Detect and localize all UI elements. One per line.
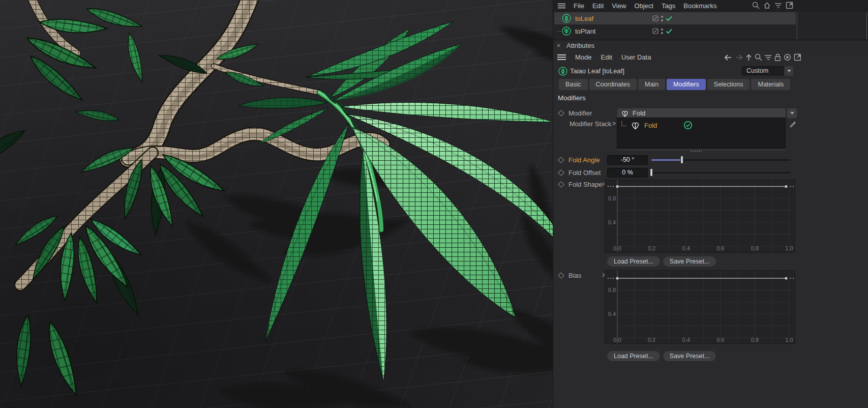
object-row-toplant[interactable]: toPlant <box>554 25 796 37</box>
menu-file[interactable]: File <box>574 2 584 10</box>
layer-toggle-icon[interactable] <box>652 28 659 34</box>
popout-icon[interactable] <box>786 2 793 9</box>
layer-toggle-icon[interactable] <box>652 15 659 21</box>
fold-offset-slider[interactable] <box>651 172 790 173</box>
forward-arrow-icon[interactable] <box>735 54 742 61</box>
modifier-dropdown-value: Fold <box>633 109 645 117</box>
popout-icon[interactable] <box>794 53 801 61</box>
visibility-dots-icon[interactable] <box>661 28 663 34</box>
object-list: toLeaf toPlant <box>553 12 868 40</box>
preset-dropdown[interactable]: Custom <box>742 66 784 75</box>
preset-dropdown-arrow[interactable] <box>785 66 793 76</box>
attributes-toolbar: Mode Edit User Data <box>553 50 868 64</box>
tab-basic[interactable]: Basic <box>559 79 588 90</box>
object-row-toleaf[interactable]: toLeaf <box>554 12 796 24</box>
param-diamond-icon[interactable] <box>558 272 564 279</box>
modifier-dropdown-arrow[interactable] <box>787 108 797 118</box>
menu-user-data[interactable]: User Data <box>621 53 651 61</box>
fold-modifier-icon <box>621 109 629 118</box>
param-diamond-icon[interactable] <box>558 110 564 116</box>
close-icon[interactable]: × <box>557 43 560 49</box>
param-diamond-icon[interactable] <box>558 181 564 188</box>
x-tick-label: 0.4 <box>682 337 690 343</box>
up-arrow-icon[interactable] <box>745 54 752 61</box>
object-title: Taiao Leaf [toLeaf] <box>570 67 624 75</box>
tab-modifiers[interactable]: Modifiers <box>667 79 706 90</box>
param-diamond-icon[interactable] <box>558 157 564 163</box>
x-tick-label: 0.0 <box>613 337 621 343</box>
menu-tags[interactable]: Tags <box>662 2 675 10</box>
search-icon[interactable] <box>755 53 762 61</box>
chevron-right-icon[interactable]: > <box>612 120 616 127</box>
home-icon[interactable] <box>763 2 771 9</box>
menu-view[interactable]: View <box>612 2 626 10</box>
object-manager-menubar: File Edit View Object Tags Bookmarks <box>553 0 868 12</box>
load-preset-button[interactable]: Load Preset... <box>607 256 660 267</box>
tab-materials[interactable]: Materials <box>751 79 790 90</box>
bias-curve-editor[interactable]: 0.8 0.4 0.0 0.2 0.4 0.6 0.8 1.0 <box>605 270 795 344</box>
stack-item-name: Fold <box>644 122 657 129</box>
resize-dots-handle[interactable] <box>691 151 702 152</box>
section-title: Modifiers <box>558 94 586 102</box>
fold-shape-label: Fold Shape <box>568 181 603 188</box>
fold-angle-slider[interactable] <box>651 159 790 161</box>
load-preset-button[interactable]: Load Preset... <box>607 351 660 361</box>
save-preset-button[interactable]: Save Preset... <box>663 256 716 267</box>
menu-mode[interactable]: Mode <box>575 53 592 61</box>
fold-angle-input[interactable]: -50 ° <box>607 155 648 165</box>
x-tick-label: 0.6 <box>716 245 724 251</box>
fold-shape-preset-buttons: Load Preset... Save Preset... <box>607 256 716 267</box>
tab-selections[interactable]: Selections <box>707 79 750 90</box>
fold-shape-curve-editor[interactable]: 0.8 0.4 0.0 0.2 0.4 0.6 0.8 1.0 <box>605 180 795 253</box>
lock-icon[interactable] <box>774 53 781 61</box>
tab-coordinates[interactable]: Coordinates <box>589 79 637 90</box>
search-icon[interactable] <box>752 2 760 9</box>
param-diamond-icon[interactable] <box>558 169 564 176</box>
menu-object[interactable]: Object <box>634 2 653 10</box>
target-icon[interactable] <box>784 53 791 61</box>
fold-offset-input[interactable]: 0 % <box>607 168 648 178</box>
x-tick-label: 0.8 <box>751 245 759 251</box>
slider-handle[interactable] <box>680 156 683 164</box>
bias-preset-buttons: Load Preset... Save Preset... <box>607 351 716 361</box>
fold-angle-row: Fold Angle -50 ° <box>553 155 868 165</box>
hamburger-menu-icon[interactable] <box>557 54 566 61</box>
menu-bookmarks[interactable]: Bookmarks <box>683 2 716 10</box>
filter-icon[interactable] <box>765 54 771 61</box>
bias-label: Bias <box>568 272 581 279</box>
hamburger-menu-icon[interactable] <box>558 3 565 9</box>
object-name[interactable]: toPlant <box>575 27 595 35</box>
slider-handle[interactable] <box>650 168 653 177</box>
curve-point-start[interactable] <box>616 277 618 279</box>
enabled-check-icon[interactable] <box>666 15 673 21</box>
enabled-check-circle-icon[interactable] <box>683 121 693 130</box>
object-name[interactable]: toLeaf <box>575 15 593 22</box>
tree-branch-line <box>556 31 561 32</box>
edit-pencil-icon[interactable] <box>789 121 797 128</box>
curve-point-end[interactable] <box>785 277 787 279</box>
y-tick-label: 0.4 <box>608 219 616 225</box>
save-preset-button[interactable]: Save Preset... <box>663 351 716 361</box>
x-tick-label: 1.0 <box>785 337 793 343</box>
viewport-3d[interactable] <box>0 0 553 408</box>
object-list-scrollbar[interactable] <box>797 12 797 39</box>
tab-main[interactable]: Main <box>638 79 665 90</box>
spline-curve[interactable] <box>608 185 794 188</box>
attributes-panel-title: Attributes <box>566 42 594 49</box>
visibility-dots-icon[interactable] <box>661 16 663 21</box>
menu-edit[interactable]: Edit <box>592 2 604 10</box>
enabled-check-icon[interactable] <box>666 28 673 34</box>
leaf-object-icon <box>561 13 572 23</box>
spline-curve[interactable] <box>608 277 794 279</box>
x-tick-label: 0.4 <box>682 245 690 251</box>
curve-point-start[interactable] <box>616 185 618 188</box>
fold-offset-label: Fold Offset <box>568 169 601 177</box>
modifier-stack-list[interactable]: Fold <box>617 118 786 149</box>
stack-item-fold[interactable]: Fold <box>621 119 693 131</box>
modifier-dropdown[interactable]: Fold <box>617 108 786 118</box>
curve-point-end[interactable] <box>785 185 787 188</box>
menu-edit[interactable]: Edit <box>601 53 612 61</box>
panel-edge-scrollbar[interactable] <box>866 12 867 39</box>
filter-icon[interactable] <box>774 2 782 9</box>
back-arrow-icon[interactable] <box>724 54 732 61</box>
